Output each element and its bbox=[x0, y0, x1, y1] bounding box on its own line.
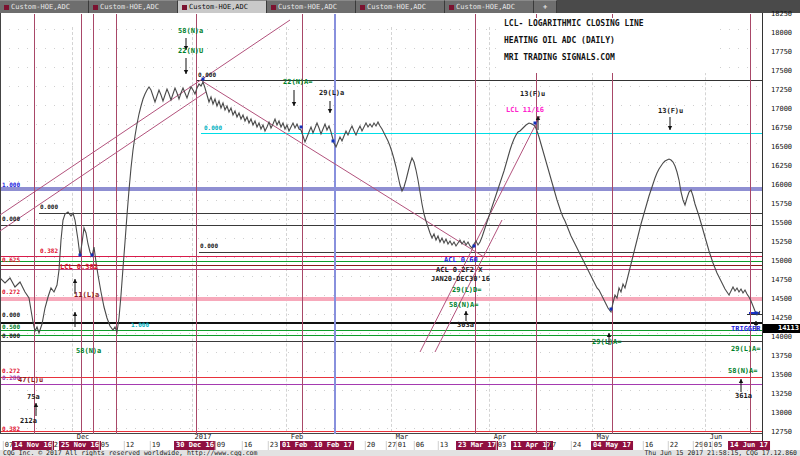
tab-label: Custom-HOE,ADC bbox=[278, 4, 337, 11]
date-tick: 20 bbox=[365, 441, 375, 450]
chart-title-block: LCL- LOGARITHMIC CLOSING LINE HEATING OI… bbox=[502, 18, 716, 73]
price-axis-label: 13750 bbox=[771, 353, 792, 360]
price-axis-label: 17000 bbox=[771, 106, 792, 113]
price-axis-label: 16250 bbox=[771, 163, 792, 170]
tab-label: Custom-HOE,ADC bbox=[100, 4, 159, 11]
price-axis-label: 17750 bbox=[771, 49, 792, 56]
price-axis-label: 15500 bbox=[771, 220, 792, 227]
study-vline[interactable] bbox=[116, 14, 117, 434]
month-label: 2017 bbox=[195, 434, 212, 441]
month-label: Jun bbox=[710, 434, 723, 441]
month-label: Apr bbox=[494, 434, 507, 441]
date-tick-highlighted: 04 May 17 bbox=[591, 441, 633, 450]
date-tick: 06 bbox=[414, 441, 424, 450]
tab-label: Custom-HOE,ADC bbox=[367, 4, 426, 11]
study-hline[interactable] bbox=[201, 133, 763, 134]
month-label: Feb bbox=[291, 434, 304, 441]
date-tick: 03 bbox=[496, 441, 506, 450]
tab-chart-icon bbox=[449, 5, 454, 10]
price-axis-label: 14500 bbox=[771, 296, 792, 303]
price-axis-label: 18000 bbox=[771, 30, 792, 37]
study-vline[interactable] bbox=[34, 14, 35, 434]
price-axis-label: 13500 bbox=[771, 372, 792, 379]
month-label: Dec bbox=[77, 434, 90, 441]
signal-source-title: MRI TRADING SIGNALS.COM bbox=[504, 54, 714, 62]
price-axis-label: 16750 bbox=[771, 125, 792, 132]
date-tick: 27 bbox=[386, 441, 396, 450]
price-axis-label: 13250 bbox=[771, 391, 792, 398]
date-tick: 17 bbox=[546, 441, 556, 450]
tab-custom-hoe-adc[interactable]: Custom-HOE,ADC bbox=[178, 0, 267, 13]
price-axis-label: 17500 bbox=[771, 68, 792, 75]
price-axis-label: 13000 bbox=[771, 410, 792, 417]
timestamp-text: Thu Jun 15 2017 21:58:15, CQG 17.12.860 bbox=[644, 450, 797, 456]
price-axis-label: 15000 bbox=[771, 258, 792, 265]
tab-chart-icon bbox=[4, 5, 9, 10]
tab-custom-hoe-adc[interactable]: Custom-HOE,ADC bbox=[0, 0, 89, 13]
price-axis-label: 16500 bbox=[771, 144, 792, 151]
study-vline[interactable] bbox=[475, 14, 476, 434]
instrument-title: HEATING OIL ADC (DAILY) bbox=[504, 37, 714, 45]
date-tick-highlighted: 23 Mar 17 bbox=[456, 441, 498, 450]
tab-chart-icon bbox=[93, 5, 98, 10]
study-vline[interactable] bbox=[81, 14, 82, 434]
price-axis-label: 14250 bbox=[771, 315, 792, 322]
price-axis-label: 15750 bbox=[771, 201, 792, 208]
study-vline[interactable] bbox=[536, 14, 537, 434]
price-axis[interactable]: 1825018000177501750017250170001675016500… bbox=[762, 13, 800, 450]
tab-chart-icon bbox=[360, 5, 365, 10]
price-axis-label: 18250 bbox=[771, 11, 792, 18]
study-vline[interactable] bbox=[196, 14, 197, 434]
date-axis[interactable]: Dec2017FebMarAprMayJun0714 Nov 162125 No… bbox=[0, 434, 762, 450]
chart-area[interactable] bbox=[0, 13, 762, 434]
month-label: May bbox=[597, 434, 610, 441]
date-tick: 24 bbox=[571, 441, 581, 450]
study-vline[interactable] bbox=[612, 14, 613, 434]
tab-bar: Custom-HOE,ADCCustom-HOE,ADCCustom-HOE,A… bbox=[0, 0, 800, 13]
date-tick: 23 bbox=[268, 441, 278, 450]
study-vline[interactable] bbox=[750, 14, 751, 434]
current-price-box: 14113 bbox=[763, 324, 800, 333]
price-axis-label: 16000 bbox=[771, 182, 792, 189]
price-axis-label: 14000 bbox=[771, 334, 792, 341]
study-hline[interactable] bbox=[39, 213, 763, 214]
price-axis-label: 12750 bbox=[771, 429, 792, 436]
price-axis-label: 14750 bbox=[771, 277, 792, 284]
date-tick: 13 bbox=[438, 441, 448, 450]
study-vline[interactable] bbox=[302, 14, 303, 434]
study-vline[interactable] bbox=[93, 14, 94, 434]
date-tick-highlighted: 10 Feb 17 bbox=[312, 441, 354, 450]
month-label: Mar bbox=[396, 434, 409, 441]
tab-custom-hoe-adc[interactable]: Custom-HOE,ADC bbox=[445, 0, 534, 13]
copyright-text: CQG Inc. © 2017 All rights reserved worl… bbox=[3, 450, 257, 456]
tab-label: Custom-HOE,ADC bbox=[189, 4, 248, 11]
study-hline[interactable] bbox=[199, 252, 763, 253]
tab-chart-icon bbox=[182, 5, 187, 10]
tab-custom-hoe-adc[interactable]: Custom-HOE,ADC bbox=[356, 0, 445, 13]
price-axis-label: 15250 bbox=[771, 239, 792, 246]
status-bar: CQG Inc. © 2017 All rights reserved worl… bbox=[0, 450, 800, 456]
study-hline[interactable] bbox=[197, 80, 763, 81]
tab-chart-icon bbox=[271, 5, 276, 10]
price-axis-label: 17250 bbox=[771, 87, 792, 94]
tab-label: Custom-HOE,ADC bbox=[456, 4, 515, 11]
date-tick: 01 bbox=[396, 441, 406, 450]
study-title: LCL- LOGARITHMIC CLOSING LINE bbox=[504, 20, 714, 28]
add-tab-button[interactable]: + bbox=[534, 0, 557, 13]
study-vline[interactable] bbox=[334, 14, 336, 434]
tab-custom-hoe-adc[interactable]: Custom-HOE,ADC bbox=[89, 0, 178, 13]
tab-label: Custom-HOE,ADC bbox=[11, 4, 70, 11]
tab-custom-hoe-adc[interactable]: Custom-HOE,ADC bbox=[267, 0, 356, 13]
